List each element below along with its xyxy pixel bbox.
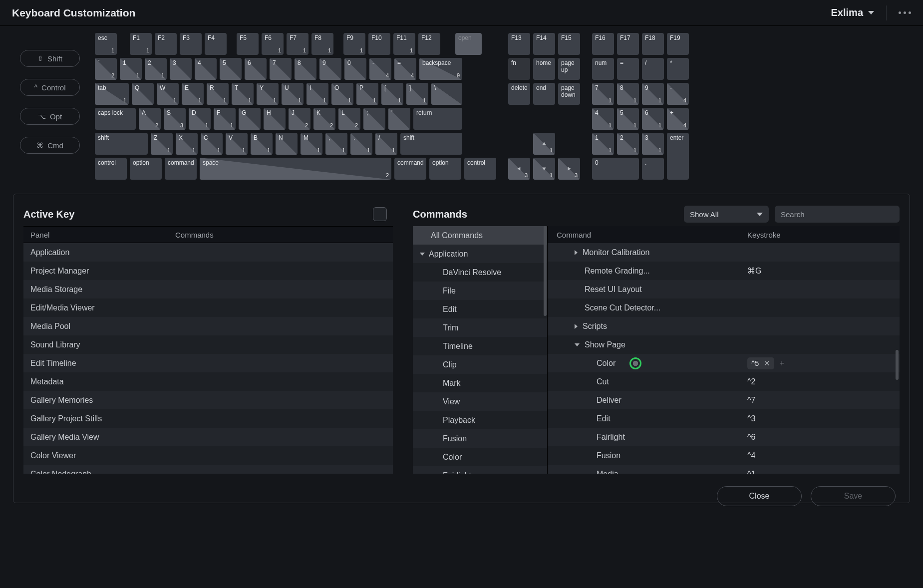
key-f5[interactable]: F5 xyxy=(237,33,259,55)
key-backspace[interactable]: backspace9 xyxy=(419,58,462,80)
key-f15[interactable]: F15 xyxy=(558,33,580,55)
command-row[interactable]: Cut^2 xyxy=(548,372,900,391)
key-l[interactable]: L2 xyxy=(338,108,360,130)
key-4[interactable]: 41 xyxy=(592,108,614,130)
key-f9[interactable]: F91 xyxy=(343,33,365,55)
key-f1[interactable]: F11 xyxy=(130,33,152,55)
key-[interactable]: ; xyxy=(363,108,385,130)
key-2[interactable]: 21 xyxy=(617,133,639,155)
key-8[interactable]: 8 xyxy=(295,58,316,80)
key-8[interactable]: 81 xyxy=(617,83,639,105)
panel-row[interactable]: Gallery Project Stills xyxy=(23,409,393,428)
command-row[interactable]: Monitor Calibration xyxy=(548,243,900,262)
key-num[interactable]: num xyxy=(592,58,614,80)
panel-row[interactable]: Edit/Media Viewer xyxy=(23,298,393,317)
key-f8[interactable]: F81 xyxy=(311,33,333,55)
key-pagedown[interactable]: page down xyxy=(558,83,580,105)
tree-scrollbar[interactable] xyxy=(544,226,547,316)
key-[interactable]: ,1 xyxy=(325,133,347,155)
key-space[interactable]: space2 xyxy=(200,158,391,180)
panel-row[interactable]: Application xyxy=(23,243,393,262)
key-u[interactable]: U1 xyxy=(282,83,304,105)
key-f19[interactable]: F19 xyxy=(667,33,689,55)
add-icon[interactable]: + xyxy=(779,359,784,367)
key-[interactable]: = xyxy=(617,58,639,80)
filter-dropdown[interactable]: Show All xyxy=(684,206,769,223)
tree-item[interactable]: Playback xyxy=(413,411,547,429)
tree-item[interactable]: Color xyxy=(413,448,547,466)
command-row[interactable]: Edit^3 xyxy=(548,409,900,428)
tree-item[interactable]: Fusion xyxy=(413,429,547,448)
tree-item[interactable]: Mark xyxy=(413,374,547,392)
key-3[interactable]: 31 xyxy=(642,133,664,155)
profile-dropdown[interactable]: Exlima xyxy=(831,7,874,18)
commands-list[interactable]: Monitor CalibrationRemote Grading...⌘GRe… xyxy=(548,243,900,474)
key-5[interactable]: 5 xyxy=(220,58,242,80)
command-row[interactable]: Deliver^7 xyxy=(548,391,900,409)
command-row[interactable]: Show Page xyxy=(548,335,900,354)
tree-item[interactable]: View xyxy=(413,392,547,411)
key-a[interactable]: A2 xyxy=(139,108,161,130)
command-row[interactable]: Reset UI Layout xyxy=(548,280,900,298)
key-fn[interactable]: fn xyxy=(508,58,530,80)
key-x[interactable]: X1 xyxy=(176,133,198,155)
key-f11[interactable]: F111 xyxy=(393,33,415,55)
key-0[interactable]: 0 xyxy=(344,58,366,80)
key-[interactable]: .1 xyxy=(350,133,372,155)
panel-row[interactable]: Media Storage xyxy=(23,280,393,298)
key-3[interactable]: 3 xyxy=(170,58,192,80)
key-[interactable]: \ xyxy=(431,83,462,105)
panel-row[interactable]: Sound Library xyxy=(23,335,393,354)
key-y[interactable]: Y1 xyxy=(257,83,279,105)
key-[interactable]: -4 xyxy=(369,58,391,80)
key-f12[interactable]: F12 xyxy=(418,33,440,55)
tree-item[interactable]: Trim xyxy=(413,318,547,337)
key-t[interactable]: T1 xyxy=(232,83,254,105)
key-[interactable]: -4 xyxy=(667,83,689,105)
key-[interactable]: ' xyxy=(388,108,410,130)
key-[interactable]: =4 xyxy=(394,58,416,80)
key-6[interactable]: 61 xyxy=(642,108,664,130)
key-f[interactable]: F1 xyxy=(214,108,236,130)
key-f17[interactable]: F17 xyxy=(617,33,639,55)
key-capslock[interactable]: caps lock xyxy=(95,108,136,130)
key-g[interactable]: G xyxy=(239,108,261,130)
key-control[interactable]: control xyxy=(95,158,127,180)
key-r[interactable]: R1 xyxy=(207,83,229,105)
key-f10[interactable]: F10 xyxy=(368,33,390,55)
key-command[interactable]: command xyxy=(165,158,197,180)
arrow-down-key[interactable]: 1 xyxy=(533,158,555,180)
tree-item[interactable]: Edit xyxy=(413,300,547,318)
panel-row[interactable]: Project Manager xyxy=(23,262,393,280)
key-4[interactable]: 4 xyxy=(195,58,217,80)
close-button[interactable]: Close xyxy=(717,486,802,506)
key-p[interactable]: P1 xyxy=(356,83,378,105)
key-f14[interactable]: F14 xyxy=(533,33,555,55)
panel-row[interactable]: Edit Timeline xyxy=(23,354,393,372)
key-f13[interactable]: F13 xyxy=(508,33,530,55)
key-9[interactable]: 9 xyxy=(319,58,341,80)
more-menu-icon[interactable] xyxy=(899,11,911,14)
key-command[interactable]: command xyxy=(394,158,426,180)
key-f4[interactable]: F4 xyxy=(205,33,227,55)
tree-item[interactable]: All Commands xyxy=(413,226,547,245)
keystroke-chip[interactable]: ^5 ✕ xyxy=(747,357,774,369)
key-delete[interactable]: delete xyxy=(508,83,530,105)
command-row[interactable]: Media^1 xyxy=(548,465,900,474)
modifier-control[interactable]: ^Control xyxy=(20,79,80,96)
key-q[interactable]: Q xyxy=(132,83,154,105)
key-c[interactable]: C1 xyxy=(201,133,223,155)
key-e[interactable]: E1 xyxy=(182,83,204,105)
key-return[interactable]: return xyxy=(413,108,462,130)
key-0[interactable]: 0 xyxy=(592,158,639,180)
key-7[interactable]: 71 xyxy=(592,83,614,105)
key-[interactable]: `2 xyxy=(95,58,117,80)
panel-row[interactable]: Gallery Memories xyxy=(23,391,393,409)
arrow-up-key[interactable]: 1 xyxy=(533,133,555,155)
tree-item[interactable]: Application xyxy=(413,245,547,263)
key-option[interactable]: option xyxy=(429,158,461,180)
key-control[interactable]: control xyxy=(464,158,496,180)
key-k[interactable]: K2 xyxy=(313,108,335,130)
key-f7[interactable]: F71 xyxy=(287,33,308,55)
key-open[interactable]: open xyxy=(455,33,482,55)
